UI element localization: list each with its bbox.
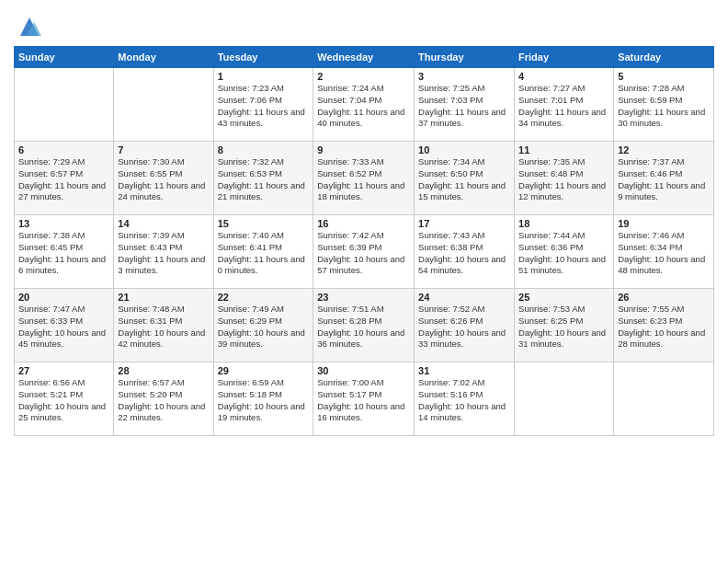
day-number: 26 <box>618 292 710 303</box>
calendar-cell: 23Sunrise: 7:51 AM Sunset: 6:28 PM Dayli… <box>313 289 415 362</box>
day-info: Sunrise: 7:55 AM Sunset: 6:23 PM Dayligh… <box>618 304 710 350</box>
day-number: 7 <box>118 144 209 155</box>
calendar-cell: 10Sunrise: 7:34 AM Sunset: 6:50 PM Dayli… <box>415 142 515 215</box>
day-info: Sunrise: 7:32 AM Sunset: 6:53 PM Dayligh… <box>218 156 310 203</box>
day-info: Sunrise: 7:52 AM Sunset: 6:26 PM Dayligh… <box>418 304 510 350</box>
day-number: 12 <box>618 144 710 155</box>
day-number: 18 <box>518 218 609 229</box>
day-info: Sunrise: 7:37 AM Sunset: 6:46 PM Dayligh… <box>618 156 710 203</box>
day-info: Sunrise: 7:40 AM Sunset: 6:41 PM Dayligh… <box>218 230 310 277</box>
header <box>14 9 714 40</box>
calendar-week-4: 20Sunrise: 7:47 AM Sunset: 6:33 PM Dayli… <box>15 289 714 362</box>
day-number: 5 <box>618 71 710 82</box>
day-number: 15 <box>218 218 310 229</box>
calendar-cell: 16Sunrise: 7:42 AM Sunset: 6:39 PM Dayli… <box>313 215 415 289</box>
day-info: Sunrise: 7:00 AM Sunset: 5:17 PM Dayligh… <box>317 377 410 424</box>
calendar-cell: 30Sunrise: 7:00 AM Sunset: 5:17 PM Dayli… <box>313 362 415 436</box>
weekday-header-wednesday: Wednesday <box>313 47 415 68</box>
day-info: Sunrise: 7:34 AM Sunset: 6:50 PM Dayligh… <box>418 156 510 203</box>
day-number: 19 <box>618 218 710 229</box>
calendar-cell: 24Sunrise: 7:52 AM Sunset: 6:26 PM Dayli… <box>415 289 515 362</box>
calendar-cell <box>15 68 114 142</box>
calendar-cell: 6Sunrise: 7:29 AM Sunset: 6:57 PM Daylig… <box>15 142 114 215</box>
calendar-cell <box>114 68 213 142</box>
calendar-cell: 15Sunrise: 7:40 AM Sunset: 6:41 PM Dayli… <box>213 215 313 289</box>
day-number: 2 <box>317 71 410 82</box>
calendar-cell: 28Sunrise: 6:57 AM Sunset: 5:20 PM Dayli… <box>114 362 213 436</box>
day-info: Sunrise: 7:46 AM Sunset: 6:34 PM Dayligh… <box>618 230 710 277</box>
day-number: 10 <box>418 144 510 155</box>
calendar-cell: 4Sunrise: 7:27 AM Sunset: 7:01 PM Daylig… <box>515 68 614 142</box>
day-info: Sunrise: 7:29 AM Sunset: 6:57 PM Dayligh… <box>18 156 109 203</box>
calendar-cell: 22Sunrise: 7:49 AM Sunset: 6:29 PM Dayli… <box>213 289 313 362</box>
day-number: 28 <box>118 365 209 376</box>
day-info: Sunrise: 7:02 AM Sunset: 5:16 PM Dayligh… <box>418 377 510 424</box>
day-number: 1 <box>218 71 310 82</box>
day-number: 23 <box>317 292 410 303</box>
calendar-week-3: 13Sunrise: 7:38 AM Sunset: 6:45 PM Dayli… <box>15 215 714 289</box>
calendar-cell: 19Sunrise: 7:46 AM Sunset: 6:34 PM Dayli… <box>614 215 714 289</box>
weekday-header-thursday: Thursday <box>415 47 515 68</box>
day-info: Sunrise: 6:57 AM Sunset: 5:20 PM Dayligh… <box>118 377 209 424</box>
day-number: 17 <box>418 218 510 229</box>
logo <box>14 13 43 40</box>
day-number: 24 <box>418 292 510 303</box>
day-number: 14 <box>118 218 209 229</box>
calendar-cell: 27Sunrise: 6:56 AM Sunset: 5:21 PM Dayli… <box>15 362 114 436</box>
day-info: Sunrise: 7:43 AM Sunset: 6:38 PM Dayligh… <box>418 230 510 277</box>
weekday-header-friday: Friday <box>515 47 614 68</box>
day-number: 31 <box>418 365 510 376</box>
calendar-cell: 9Sunrise: 7:33 AM Sunset: 6:52 PM Daylig… <box>313 142 415 215</box>
day-info: Sunrise: 7:42 AM Sunset: 6:39 PM Dayligh… <box>317 230 410 277</box>
calendar-week-1: 1Sunrise: 7:23 AM Sunset: 7:06 PM Daylig… <box>15 68 714 142</box>
day-number: 27 <box>18 365 109 376</box>
calendar-cell <box>614 362 714 436</box>
day-info: Sunrise: 7:38 AM Sunset: 6:45 PM Dayligh… <box>18 230 109 277</box>
day-number: 16 <box>317 218 410 229</box>
day-info: Sunrise: 7:48 AM Sunset: 6:31 PM Dayligh… <box>118 304 209 350</box>
calendar-cell: 5Sunrise: 7:28 AM Sunset: 6:59 PM Daylig… <box>614 68 714 142</box>
weekday-header-saturday: Saturday <box>614 47 714 68</box>
day-number: 11 <box>518 144 609 155</box>
calendar-cell: 14Sunrise: 7:39 AM Sunset: 6:43 PM Dayli… <box>114 215 213 289</box>
day-number: 3 <box>418 71 510 82</box>
day-number: 22 <box>218 292 310 303</box>
calendar-cell: 17Sunrise: 7:43 AM Sunset: 6:38 PM Dayli… <box>415 215 515 289</box>
calendar-week-5: 27Sunrise: 6:56 AM Sunset: 5:21 PM Dayli… <box>15 362 714 436</box>
day-info: Sunrise: 7:39 AM Sunset: 6:43 PM Dayligh… <box>118 230 209 277</box>
calendar-cell: 20Sunrise: 7:47 AM Sunset: 6:33 PM Dayli… <box>15 289 114 362</box>
day-number: 20 <box>18 292 109 303</box>
day-info: Sunrise: 6:59 AM Sunset: 5:18 PM Dayligh… <box>218 377 310 424</box>
calendar-cell: 18Sunrise: 7:44 AM Sunset: 6:36 PM Dayli… <box>515 215 614 289</box>
day-info: Sunrise: 7:27 AM Sunset: 7:01 PM Dayligh… <box>518 83 609 130</box>
day-info: Sunrise: 7:51 AM Sunset: 6:28 PM Dayligh… <box>317 304 410 350</box>
day-number: 21 <box>118 292 209 303</box>
weekday-header-sunday: Sunday <box>15 47 114 68</box>
day-number: 29 <box>218 365 310 376</box>
calendar-cell: 11Sunrise: 7:35 AM Sunset: 6:48 PM Dayli… <box>515 142 614 215</box>
day-info: Sunrise: 7:33 AM Sunset: 6:52 PM Dayligh… <box>317 156 410 203</box>
weekday-header-monday: Monday <box>114 47 213 68</box>
day-info: Sunrise: 7:44 AM Sunset: 6:36 PM Dayligh… <box>518 230 609 277</box>
day-info: Sunrise: 7:49 AM Sunset: 6:29 PM Dayligh… <box>218 304 310 350</box>
weekday-header-row: SundayMondayTuesdayWednesdayThursdayFrid… <box>15 47 714 68</box>
calendar-week-2: 6Sunrise: 7:29 AM Sunset: 6:57 PM Daylig… <box>15 142 714 215</box>
calendar-cell: 1Sunrise: 7:23 AM Sunset: 7:06 PM Daylig… <box>213 68 313 142</box>
calendar-cell: 25Sunrise: 7:53 AM Sunset: 6:25 PM Dayli… <box>515 289 614 362</box>
calendar-cell <box>515 362 614 436</box>
day-info: Sunrise: 7:28 AM Sunset: 6:59 PM Dayligh… <box>618 83 710 130</box>
calendar-cell: 2Sunrise: 7:24 AM Sunset: 7:04 PM Daylig… <box>313 68 415 142</box>
day-number: 25 <box>518 292 609 303</box>
calendar-cell: 21Sunrise: 7:48 AM Sunset: 6:31 PM Dayli… <box>114 289 213 362</box>
day-info: Sunrise: 7:23 AM Sunset: 7:06 PM Dayligh… <box>218 83 310 130</box>
calendar-table: SundayMondayTuesdayWednesdayThursdayFrid… <box>14 46 714 436</box>
page: SundayMondayTuesdayWednesdayThursdayFrid… <box>0 0 728 563</box>
day-number: 8 <box>218 144 310 155</box>
calendar-cell: 26Sunrise: 7:55 AM Sunset: 6:23 PM Dayli… <box>614 289 714 362</box>
day-info: Sunrise: 7:53 AM Sunset: 6:25 PM Dayligh… <box>518 304 609 350</box>
day-info: Sunrise: 7:25 AM Sunset: 7:03 PM Dayligh… <box>418 83 510 130</box>
day-info: Sunrise: 7:35 AM Sunset: 6:48 PM Dayligh… <box>518 156 609 203</box>
day-number: 13 <box>18 218 109 229</box>
day-number: 4 <box>518 71 609 82</box>
day-info: Sunrise: 7:24 AM Sunset: 7:04 PM Dayligh… <box>317 83 410 130</box>
